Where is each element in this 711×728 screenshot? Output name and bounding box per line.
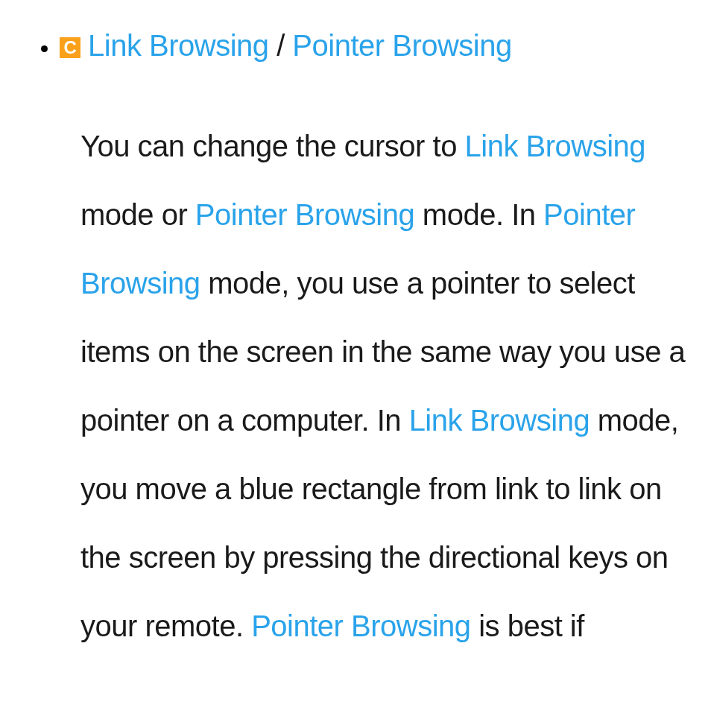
text-run: You can change the cursor to	[80, 130, 465, 162]
heading-term-link-browsing: Link Browsing	[88, 29, 269, 62]
keyword-link-browsing: Link Browsing	[465, 130, 646, 162]
keyword-pointer-browsing: Pointer Browsing	[251, 610, 470, 642]
text-run: is best if	[471, 610, 584, 642]
feature-item: CLink Browsing / Pointer Browsing You ca…	[60, 25, 687, 660]
document-page: CLink Browsing / Pointer Browsing You ca…	[0, 0, 711, 660]
badge-c-icon: C	[60, 37, 80, 58]
keyword-pointer-browsing: Pointer Browsing	[195, 198, 414, 231]
heading-term-pointer-browsing: Pointer Browsing	[292, 29, 511, 62]
text-run: mode. In	[414, 198, 543, 231]
feature-description: You can change the cursor to Link Browsi…	[80, 112, 687, 660]
text-run: mode or	[80, 198, 195, 231]
text-run: mode, you move a blue rectangle from lin…	[80, 404, 678, 642]
feature-heading: CLink Browsing / Pointer Browsing	[60, 25, 687, 66]
heading-separator: /	[269, 29, 293, 62]
keyword-link-browsing: Link Browsing	[409, 404, 590, 437]
feature-list: CLink Browsing / Pointer Browsing You ca…	[24, 25, 687, 660]
